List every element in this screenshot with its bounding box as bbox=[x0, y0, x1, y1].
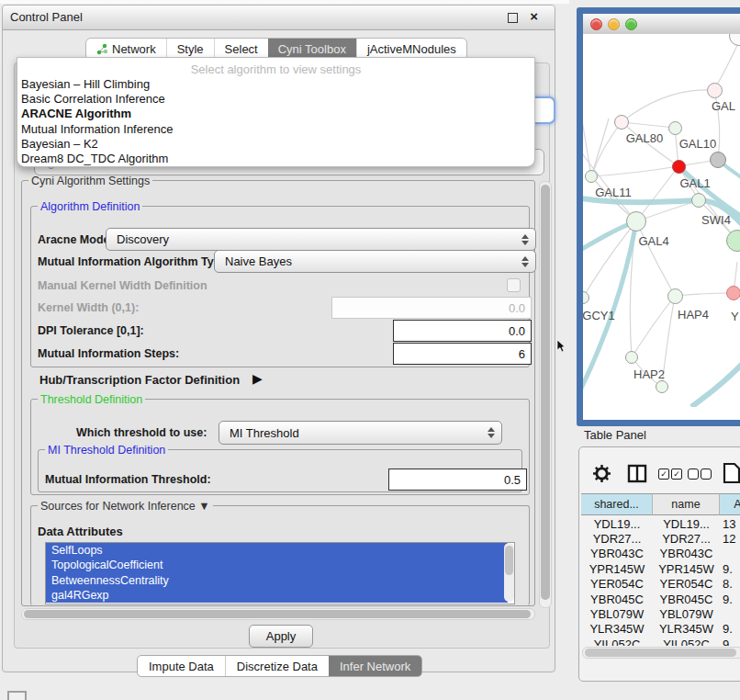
settings-group-title: Cyni Algorithm Settings bbox=[28, 175, 152, 187]
settings-vertical-scrollbar[interactable] bbox=[539, 181, 552, 608]
list-item[interactable]: gal4RGexp bbox=[46, 588, 508, 603]
control-panel-titlebar: Control Panel × bbox=[3, 6, 555, 30]
aracne-mode-label: Aracne Mode: bbox=[38, 233, 114, 246]
tab-discretize-data[interactable]: Discretize Data bbox=[225, 656, 329, 676]
list-item[interactable]: BetweennessCentrality bbox=[46, 573, 508, 588]
network-view-window: GAL GAL80 GAL10 GAL1 GAL11 SWI4 GAL4 GCY… bbox=[577, 7, 740, 426]
kernel-width-label: Kernel Width (0,1): bbox=[38, 301, 139, 314]
network-node-highlighted[interactable] bbox=[672, 160, 686, 174]
dropdown-item[interactable]: Bayesian – Hill Climbing bbox=[17, 77, 534, 92]
float-window-icon[interactable] bbox=[508, 13, 518, 23]
node-label: GAL1 bbox=[667, 176, 723, 190]
settings-horizontal-scrollbar[interactable] bbox=[21, 608, 535, 620]
partial-button[interactable] bbox=[7, 691, 27, 700]
network-node[interactable] bbox=[585, 170, 598, 183]
column-header-name[interactable]: name bbox=[653, 493, 720, 515]
split-columns-icon[interactable] bbox=[627, 464, 647, 483]
list-item[interactable]: TopologicalCoefficient bbox=[46, 558, 508, 572]
mouse-cursor bbox=[556, 340, 566, 353]
stepper-arrows-icon bbox=[521, 234, 529, 245]
close-icon[interactable]: × bbox=[530, 8, 538, 24]
dropdown-item[interactable]: Dream8 DC_TDC Algorithm bbox=[17, 152, 534, 166]
mi-steps-label: Mutual Information Steps: bbox=[38, 347, 179, 360]
mi-algorithm-type-label: Mutual Information Algorithm Type: bbox=[38, 255, 230, 268]
network-node[interactable] bbox=[726, 286, 740, 300]
node-label: GCY1 bbox=[583, 309, 626, 322]
network-node[interactable] bbox=[707, 83, 723, 98]
stepper-arrows-icon bbox=[488, 427, 495, 438]
node-label: HAP4 bbox=[666, 308, 721, 322]
control-panel-title: Control Panel bbox=[10, 10, 83, 24]
dropdown-placeholder: Select algorithm to view settings bbox=[17, 62, 534, 77]
data-attributes-label: Data Attributes bbox=[38, 525, 123, 538]
mi-steps-field[interactable]: 6 bbox=[393, 343, 532, 365]
node-label: GAL10 bbox=[670, 137, 725, 151]
select-checked-icon[interactable]: ✓ bbox=[658, 469, 669, 480]
kernel-width-field[interactable]: 0.0 bbox=[331, 297, 532, 319]
cyni-bottom-tabbar: Impute Data Discretize Data Infer Networ… bbox=[137, 655, 422, 677]
document-icon[interactable] bbox=[723, 462, 740, 484]
which-threshold-combo[interactable]: MI Threshold bbox=[219, 421, 502, 445]
network-icon bbox=[96, 43, 108, 55]
apply-button[interactable]: Apply bbox=[249, 625, 313, 648]
node-label: HAP2 bbox=[622, 367, 677, 381]
node-label: GAL80 bbox=[617, 131, 672, 145]
control-panel-window: Control Panel × Network Style Select Cyn… bbox=[2, 5, 555, 672]
manual-kernel-width-checkbox[interactable] bbox=[507, 278, 521, 292]
dropdown-item[interactable]: Bayesian – K2 bbox=[17, 137, 534, 152]
gear-icon[interactable] bbox=[593, 465, 611, 482]
table-panel-title: Table Panel bbox=[584, 428, 646, 442]
data-attributes-list: SelfLoops TopologicalCoefficient Between… bbox=[45, 542, 515, 604]
collapse-arrow-icon[interactable]: ▼ bbox=[198, 500, 209, 513]
dropdown-item-selected[interactable]: ARACNE Algorithm bbox=[17, 107, 534, 121]
network-node[interactable] bbox=[626, 211, 646, 231]
dropdown-item[interactable]: Mutual Information Inference bbox=[17, 122, 534, 137]
network-node[interactable] bbox=[667, 288, 683, 304]
mi-threshold-label: Mutual Information Threshold: bbox=[45, 473, 211, 486]
table-panel-window: ✓ ✓ shared... name A YDL19... YDL19... 1… bbox=[578, 446, 740, 682]
stepper-arrows-icon bbox=[521, 256, 529, 267]
dpi-tolerance-label: DPI Tolerance [0,1]: bbox=[38, 324, 144, 337]
node-label: GAL bbox=[712, 99, 735, 113]
table-horizontal-scrollbar[interactable] bbox=[582, 647, 740, 659]
algorithm-definition-title: Algorithm Definition bbox=[38, 200, 142, 213]
close-traffic-light[interactable] bbox=[590, 18, 602, 30]
application-root: Control Panel × Network Style Select Cyn… bbox=[0, 0, 740, 700]
aracne-mode-combo[interactable]: Discovery bbox=[106, 228, 536, 251]
network-canvas[interactable]: GAL GAL80 GAL10 GAL1 GAL11 SWI4 GAL4 GCY… bbox=[583, 34, 740, 407]
hub-tf-definition-label: Hub/Transcription Factor Definition bbox=[39, 373, 240, 387]
network-window-titlebar bbox=[583, 14, 740, 35]
network-node[interactable] bbox=[614, 115, 629, 130]
dpi-tolerance-field[interactable]: 0.0 bbox=[393, 320, 532, 342]
select-checked-icon[interactable]: ✓ bbox=[671, 469, 682, 480]
select-unchecked-icon[interactable] bbox=[701, 469, 712, 480]
node-label: Y bbox=[731, 310, 739, 323]
node-label: GAL4 bbox=[626, 234, 681, 248]
list-item[interactable]: SelfLoops bbox=[46, 543, 508, 558]
network-node[interactable] bbox=[625, 351, 638, 364]
mi-threshold-field[interactable]: 0.5 bbox=[388, 469, 527, 491]
network-node[interactable] bbox=[656, 380, 668, 393]
minimize-traffic-light[interactable] bbox=[608, 18, 620, 30]
threshold-definition-title: Threshold Definition bbox=[38, 393, 145, 406]
manual-kernel-width-label: Manual Kernel Width Definition bbox=[38, 279, 207, 292]
top-strip bbox=[0, 0, 569, 4]
algorithm-dropdown-list: Select algorithm to view settings Bayesi… bbox=[17, 57, 535, 167]
mi-threshold-definition-title: MI Threshold Definition bbox=[45, 444, 168, 457]
node-label: GAL11 bbox=[586, 186, 641, 199]
tab-infer-network[interactable]: Infer Network bbox=[329, 656, 421, 676]
zoom-traffic-light[interactable] bbox=[625, 18, 637, 30]
select-unchecked-icon[interactable] bbox=[688, 469, 699, 480]
mi-algorithm-type-combo[interactable]: Naive Bayes bbox=[214, 250, 536, 273]
expand-arrow-icon[interactable]: ▶ bbox=[252, 371, 263, 386]
column-header-shared-name[interactable]: shared... bbox=[581, 493, 653, 515]
sources-group-title: Sources for Network Inference ▼ bbox=[38, 500, 213, 513]
network-node[interactable] bbox=[691, 193, 706, 208]
list-vertical-scrollbar[interactable] bbox=[504, 543, 514, 602]
network-node[interactable] bbox=[710, 152, 726, 168]
column-header-partial[interactable]: A bbox=[720, 493, 740, 515]
dropdown-item[interactable]: Basic Correlation Inference bbox=[17, 92, 534, 107]
tab-impute-data[interactable]: Impute Data bbox=[138, 656, 225, 676]
node-label: SWI4 bbox=[689, 213, 740, 227]
which-threshold-label: Which threshold to use: bbox=[76, 426, 207, 439]
